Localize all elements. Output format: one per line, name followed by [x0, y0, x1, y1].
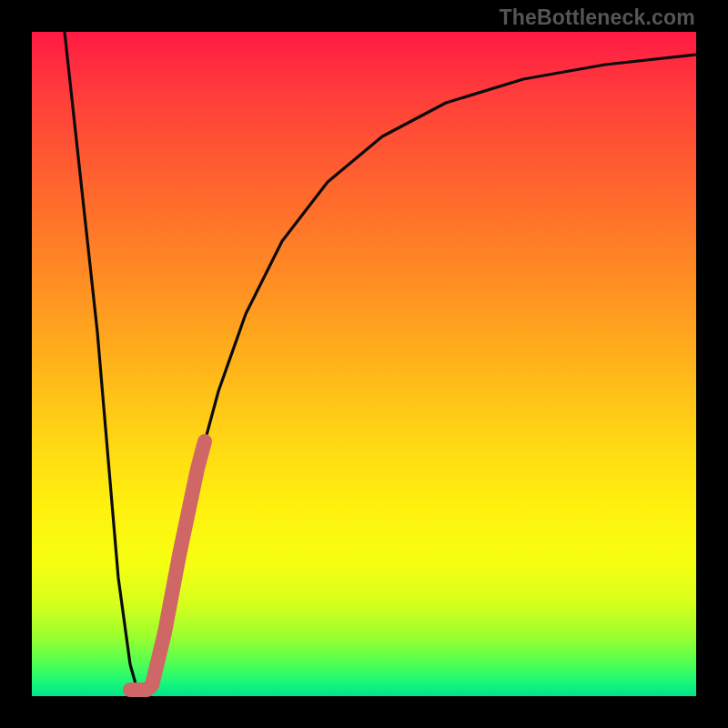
watermark-text: TheBottleneck.com	[499, 5, 695, 30]
bottleneck-curve	[65, 32, 696, 691]
highlight-segment	[130, 441, 205, 690]
chart-svg	[32, 32, 696, 696]
chart-frame: TheBottleneck.com	[0, 0, 728, 728]
